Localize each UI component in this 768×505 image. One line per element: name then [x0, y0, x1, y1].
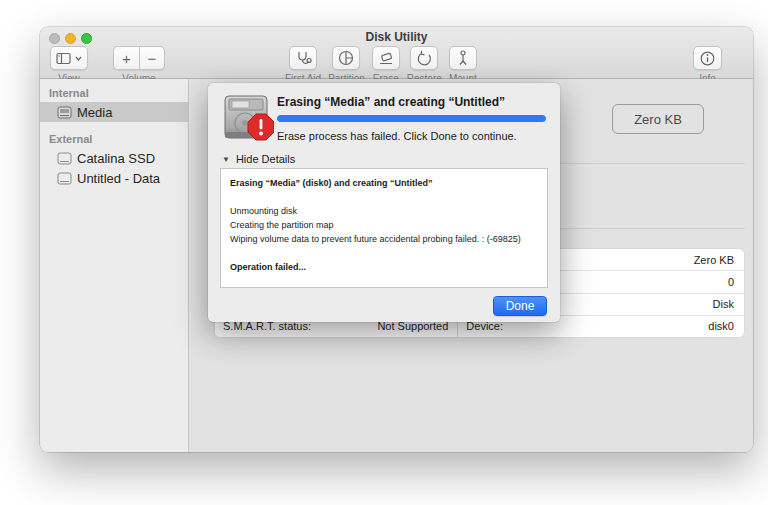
log-line — [230, 246, 538, 260]
chevron-down-icon — [75, 56, 82, 61]
sidebar: Internal Media External Catalina SSD Unt… — [40, 79, 189, 452]
sidebar-item-untitled-data[interactable]: Untitled - Data — [40, 168, 188, 188]
view-button[interactable] — [50, 46, 88, 70]
device-label: Device: — [466, 320, 503, 332]
eraser-icon — [378, 51, 394, 66]
window-chrome: Disk Utility View — [40, 27, 753, 79]
sidebar-item-label: Untitled - Data — [77, 171, 160, 186]
restore-arrow-icon — [416, 50, 432, 66]
sidebar-item-media[interactable]: Media — [40, 102, 188, 122]
partition-pie-icon — [338, 50, 354, 66]
sidebar-section-external: External — [40, 130, 188, 148]
internal-disk-icon — [57, 106, 72, 119]
minimize-button[interactable] — [65, 33, 76, 44]
log-line: Unmounting disk — [230, 204, 538, 218]
stethoscope-icon — [295, 50, 312, 66]
dialog-title: Erasing “Media” and creating “Untitled” — [277, 95, 505, 109]
smart-status-label: S.M.A.R.T. status: — [223, 320, 311, 332]
hide-details-label: Hide Details — [236, 153, 295, 165]
capacity-legend: Zero KB — [612, 104, 704, 134]
erase-failed-dialog: Erasing “Media” and creating “Untitled” … — [208, 83, 560, 322]
details-log: Erasing “Media” (disk0) and creating “Un… — [220, 168, 548, 288]
hard-drive-error-icon — [222, 94, 274, 150]
log-line: Operation failed... — [230, 260, 538, 274]
traffic-lights — [49, 33, 92, 44]
sidebar-section-internal: Internal — [40, 84, 188, 102]
hide-details-toggle[interactable]: ▼ Hide Details — [222, 153, 295, 165]
done-button[interactable]: Done — [493, 296, 547, 316]
partition-button[interactable] — [332, 46, 360, 70]
add-volume-button[interactable]: + — [113, 46, 139, 70]
info-value: Zero KB — [694, 254, 734, 266]
smart-status-value: Not Supported — [377, 320, 448, 332]
info-value: Disk — [713, 298, 734, 310]
disclosure-triangle-icon: ▼ — [222, 155, 230, 164]
sidebar-toggle-icon — [56, 52, 72, 65]
remove-volume-button[interactable]: − — [139, 46, 165, 70]
sidebar-item-catalina-ssd[interactable]: Catalina SSD — [40, 148, 188, 168]
disk-utility-window: Disk Utility View — [40, 27, 753, 452]
mount-button[interactable] — [449, 46, 477, 70]
info-button[interactable] — [693, 46, 722, 70]
log-line: Wiping volume data to prevent future acc… — [230, 232, 538, 246]
zoom-button[interactable] — [81, 33, 92, 44]
progress-fill — [277, 115, 546, 122]
erase-button[interactable] — [372, 46, 400, 70]
log-line — [230, 190, 538, 204]
window-title: Disk Utility — [40, 27, 753, 45]
sidebar-item-label: Catalina SSD — [77, 151, 155, 166]
log-line: Creating the partition map — [230, 218, 538, 232]
external-disk-icon — [57, 172, 72, 185]
device-value: disk0 — [708, 320, 734, 332]
mount-plug-icon — [457, 50, 469, 66]
sidebar-item-label: Media — [77, 105, 112, 120]
info-value: 0 — [728, 276, 734, 288]
erase-progress-bar — [277, 115, 546, 122]
dialog-status-text: Erase process has failed. Click Done to … — [277, 130, 517, 142]
restore-button[interactable] — [410, 46, 438, 70]
log-line: Erasing “Media” (disk0) and creating “Un… — [230, 176, 538, 190]
close-button[interactable] — [49, 33, 60, 44]
first-aid-button[interactable] — [289, 46, 317, 70]
info-icon — [700, 51, 715, 66]
external-disk-icon — [57, 152, 72, 165]
